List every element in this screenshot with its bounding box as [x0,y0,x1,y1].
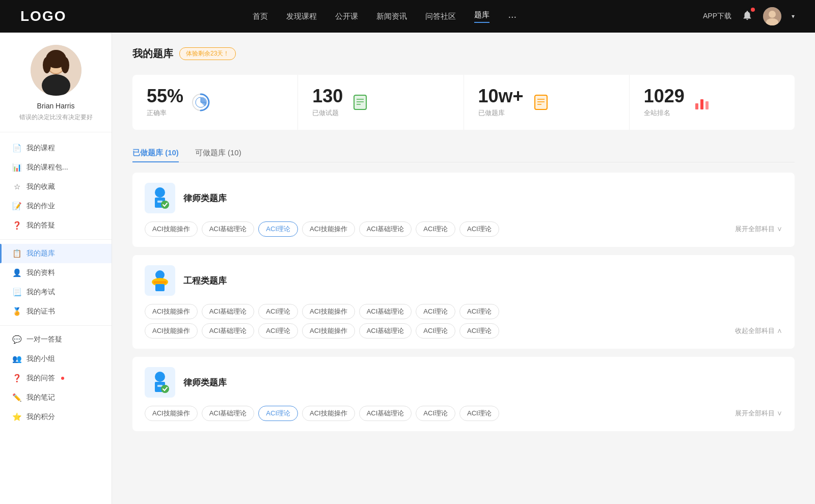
tag-2-1[interactable]: ACI基础理论 [202,304,255,319]
tag-2-r2-4[interactable]: ACI基础理论 [359,323,412,339]
avatar-portrait [31,45,82,96]
stat-text-correct: 55% 正确率 [147,87,183,118]
done-questions-label: 已做试题 [312,108,343,118]
sidebar-item-label: 我的答疑 [26,221,55,230]
collapse-link-2[interactable]: 收起全部科目 ∧ [735,326,782,335]
doc-green-icon [351,93,369,111]
tag-1-5[interactable]: ACI理论 [416,221,455,237]
exam-icon: 📃 [12,288,21,297]
tag-2-3[interactable]: ACI技能操作 [302,304,355,319]
tag-1-3[interactable]: ACI技能操作 [302,221,355,237]
app-download-button[interactable]: APP下载 [703,12,731,21]
expand-link-1[interactable]: 展开全部科目 ∨ [735,225,782,234]
favorites-icon: ☆ [12,182,21,191]
sidebar-item-homework[interactable]: 📝 我的作业 [0,197,112,216]
bank-card-header-3: 律师类题库 [145,367,782,398]
sidebar-item-questions[interactable]: ❓ 我的答疑 [0,216,112,235]
sidebar-item-1on1[interactable]: 💬 一对一答疑 [0,330,112,349]
coursepack-icon: 📊 [12,163,21,172]
done-banks-label: 已做题库 [478,108,524,118]
tag-3-2[interactable]: ACI理论 [258,406,298,421]
sidebar-item-label: 我的积分 [26,412,55,422]
svg-point-36 [161,385,169,393]
nav-opencourse[interactable]: 公开课 [335,12,358,21]
bank-title-3: 律师类题库 [183,377,227,388]
points-icon: ⭐ [12,412,21,422]
bank-icon-2 [145,265,175,296]
tags-row-3: ACI技能操作 ACI基础理论 ACI理论 ACI技能操作 ACI基础理论 AC… [145,406,782,421]
main-nav: 首页 发现课程 公开课 新闻资讯 问答社区 题库 ··· [253,10,517,23]
svg-rect-22 [695,103,698,109]
main-layout: Brian Harris 错误的决定比没有决定要好 📄 我的课程 📊 我的课程包… [0,33,815,504]
nav-more[interactable]: ··· [508,11,517,22]
tag-2-r2-5[interactable]: ACI理论 [416,323,455,339]
sidebar-item-label: 我的问答 [26,374,55,383]
sidebar-item-label: 我的考试 [26,288,55,297]
sidebar-item-favorites[interactable]: ☆ 我的收藏 [0,177,112,197]
doc-orange-icon [532,93,550,111]
user-avatar[interactable] [763,7,781,25]
user-menu-chevron[interactable]: ▾ [792,13,795,20]
tag-2-r2-2[interactable]: ACI理论 [258,323,298,339]
notification-bell[interactable] [742,10,753,23]
notes-icon: ✏️ [12,393,21,402]
header: LOGO 首页 发现课程 公开课 新闻资讯 问答社区 题库 ··· APP下载 … [0,0,815,33]
tag-2-2[interactable]: ACI理论 [258,304,298,319]
nav-qa[interactable]: 问答社区 [425,12,456,21]
tag-3-3[interactable]: ACI技能操作 [302,406,355,421]
tag-2-r2-3[interactable]: ACI技能操作 [302,323,355,339]
tag-2-6[interactable]: ACI理论 [459,304,499,319]
tag-3-6[interactable]: ACI理论 [459,406,499,421]
tab-todo-banks[interactable]: 可做题库 (10) [195,144,241,162]
sidebar-item-certificate[interactable]: 🏅 我的证书 [0,302,112,321]
bell-icon [742,10,753,21]
bank-card-header-1: 律师类题库 [145,183,782,213]
tab-done-banks[interactable]: 已做题库 (10) [132,144,179,162]
trial-badge: 体验剩余23天！ [179,47,236,60]
expand-link-3[interactable]: 展开全部科目 ∨ [735,409,782,418]
tag-2-0[interactable]: ACI技能操作 [145,304,198,319]
sidebar-item-exam[interactable]: 📃 我的考试 [0,283,112,302]
group-icon: 👥 [12,354,21,363]
tag-2-4[interactable]: ACI基础理论 [359,304,412,319]
tabs: 已做题库 (10) 可做题库 (10) [132,144,795,162]
tag-1-2[interactable]: ACI理论 [258,221,298,237]
sidebar-item-coursepack[interactable]: 📊 我的课程包... [0,158,112,177]
main-content: 我的题库 体验剩余23天！ 55% 正确率 [112,33,815,504]
page-header: 我的题库 体验剩余23天！ [132,47,795,61]
bank-card-2: 工程类题库 ACI技能操作 ACI基础理论 ACI理论 ACI技能操作 ACI基… [132,255,795,349]
sidebar-item-qbank[interactable]: 📋 我的题库 [0,244,112,263]
nav-news[interactable]: 新闻资讯 [376,12,407,21]
sidebar-item-label: 我的小组 [26,354,55,363]
tags-row-1: ACI技能操作 ACI基础理论 ACI理论 ACI技能操作 ACI基础理论 AC… [145,221,782,237]
stat-done-banks: 10w+ 已做题库 [464,75,630,130]
tag-1-4[interactable]: ACI基础理论 [359,221,412,237]
tag-2-5[interactable]: ACI理论 [416,304,455,319]
ranking-value: 1029 [644,87,685,105]
done-banks-icon [531,92,551,113]
tag-2-r2-6[interactable]: ACI理论 [459,323,499,339]
nav-home[interactable]: 首页 [253,12,268,21]
bank-title-2: 工程类题库 [183,275,227,287]
tag-1-6[interactable]: ACI理论 [459,221,499,237]
tag-3-4[interactable]: ACI基础理论 [359,406,412,421]
sidebar-item-profile[interactable]: 👤 我的资料 [0,263,112,283]
tag-1-0[interactable]: ACI技能操作 [145,221,198,237]
bar-chart-icon [693,93,711,111]
page-title: 我的题库 [132,47,173,61]
tag-3-0[interactable]: ACI技能操作 [145,406,198,421]
tag-2-r2-1[interactable]: ACI基础理论 [202,323,255,339]
sidebar-item-course[interactable]: 📄 我的课程 [0,138,112,158]
tag-3-5[interactable]: ACI理论 [416,406,455,421]
sidebar-item-label: 一对一答疑 [26,335,62,344]
nav-qbank[interactable]: 题库 [474,10,490,23]
nav-discover[interactable]: 发现课程 [286,12,317,21]
tag-2-r2-0[interactable]: ACI技能操作 [145,323,198,339]
tag-3-1[interactable]: ACI基础理论 [202,406,255,421]
sidebar-item-points[interactable]: ⭐ 我的积分 [0,407,112,427]
tag-1-1[interactable]: ACI基础理论 [202,221,255,237]
sidebar-item-notes[interactable]: ✏️ 我的笔记 [0,388,112,407]
sidebar-item-myqa[interactable]: ❓ 我的问答 [0,369,112,388]
sidebar-item-group[interactable]: 👥 我的小组 [0,349,112,369]
svg-rect-32 [155,284,165,291]
